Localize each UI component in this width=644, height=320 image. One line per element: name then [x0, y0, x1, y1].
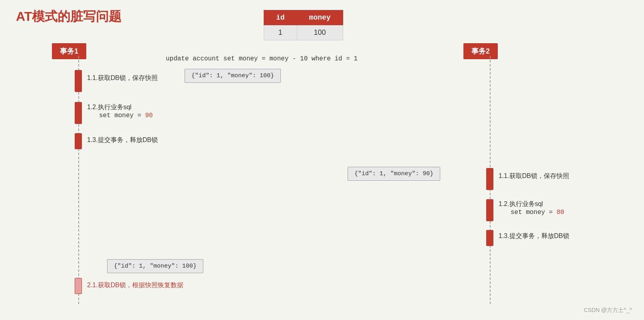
tx1-step4-label: 2.1.获取DB锁，根据快照恢复数据	[87, 281, 183, 290]
tx2-block-1	[486, 168, 493, 190]
tx1-timeline	[78, 56, 79, 304]
tx2-snapshot: {"id": 1, "money": 90}	[348, 167, 440, 181]
tx1-snapshot: {"id": 1, "money": 100}	[185, 69, 281, 83]
tx1-step1-label: 1.1.获取DB锁，保存快照	[87, 74, 158, 82]
col-id: id	[264, 10, 297, 25]
tx1-label: 事务1	[52, 43, 86, 59]
tx1-block-2	[75, 102, 82, 124]
tx1-step3-label: 1.3.提交事务，释放DB锁	[87, 136, 158, 144]
tx1-block-1	[75, 70, 82, 92]
sql-statement: update account set money = money - 10 wh…	[166, 55, 358, 62]
tx1-block-3	[75, 133, 82, 149]
db-table: id money 1 100	[264, 10, 343, 40]
tx1-rollback-snapshot: {"id": 1, "money": 100}	[107, 259, 203, 273]
table-row: 1 100	[264, 25, 343, 40]
tx2-step3-label: 1.3.提交事务，释放DB锁	[499, 232, 569, 240]
tx1-block-4	[75, 278, 82, 294]
tx1-step2-label: 1.2.执行业务sql set money = 90	[87, 103, 153, 119]
page-title: AT模式的脏写问题	[16, 8, 121, 26]
tx2-step1-label: 1.1.获取DB锁，保存快照	[499, 172, 569, 180]
tx2-block-2	[486, 199, 493, 221]
tx2-label: 事务2	[463, 43, 498, 59]
col-money: money	[297, 10, 343, 25]
tx2-step2-label: 1.2.执行业务sql set money = 80	[499, 200, 564, 216]
watermark: CSDN @方方土^_^	[584, 307, 632, 314]
cell-id: 1	[264, 25, 297, 40]
cell-money: 100	[297, 25, 343, 40]
tx2-block-3	[486, 230, 493, 246]
